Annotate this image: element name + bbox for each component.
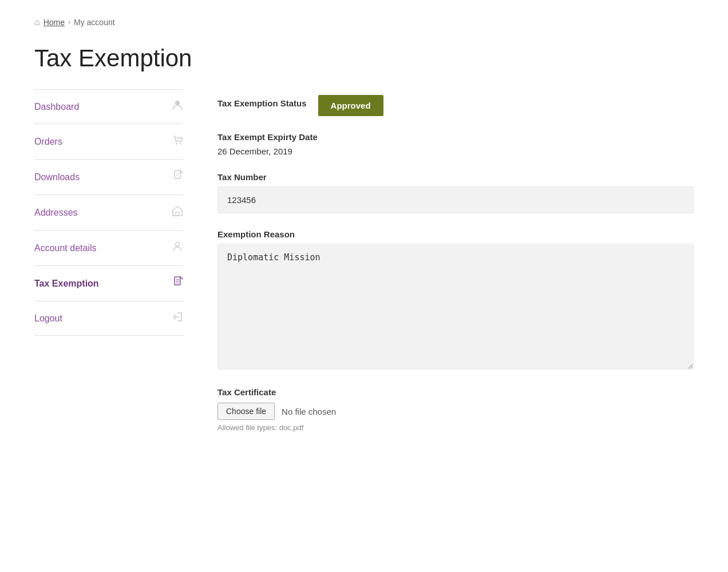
status-label: Tax Exemption Status — [217, 98, 307, 108]
expiry-section: Tax Exempt Expirty Date 26 December, 201… — [217, 132, 694, 156]
tax-number-section: Tax Number — [217, 172, 694, 213]
expiry-date: 26 December, 2019 — [217, 146, 694, 156]
status-badge: Approved — [318, 95, 383, 116]
no-file-label: No file chosen — [282, 407, 336, 416]
svg-point-2 — [180, 143, 181, 145]
certificate-label: Tax Certificate — [217, 387, 694, 397]
svg-rect-4 — [176, 212, 179, 216]
status-row: Tax Exemption Status Approved — [217, 95, 694, 116]
account-details-icon — [172, 241, 183, 255]
sidebar: Dashboard Orders — [34, 89, 183, 336]
svg-rect-3 — [175, 170, 180, 178]
dashboard-icon — [172, 100, 183, 113]
tax-number-input[interactable] — [217, 186, 694, 213]
svg-point-1 — [176, 143, 177, 145]
exemption-reason-textarea[interactable]: Diplomatic Mission — [217, 244, 694, 370]
sidebar-item-addresses[interactable]: Addresses — [34, 195, 183, 231]
svg-point-5 — [176, 243, 180, 247]
tax-number-label: Tax Number — [217, 172, 694, 182]
sidebar-item-tax-exemption[interactable]: Tax Exemption — [34, 266, 183, 301]
main-layout: Dashboard Orders — [34, 89, 694, 432]
sidebar-item-label: Addresses — [34, 208, 78, 218]
breadcrumb-home-link[interactable]: Home — [43, 18, 65, 27]
sidebar-item-dashboard[interactable]: Dashboard — [34, 89, 183, 124]
svg-rect-6 — [175, 277, 180, 285]
choose-file-button[interactable]: Choose file — [217, 403, 275, 420]
sidebar-item-label: Logout — [34, 313, 62, 324]
file-upload-row: Choose file No file chosen — [217, 403, 694, 420]
exemption-reason-label: Exemption Reason — [217, 229, 694, 239]
sidebar-item-label: Dashboard — [34, 102, 79, 112]
certificate-section: Tax Certificate Choose file No file chos… — [217, 387, 694, 432]
breadcrumb: ⌂ Home › My account — [34, 17, 694, 27]
orders-icon — [172, 134, 183, 149]
expiry-label: Tax Exempt Expirty Date — [217, 132, 694, 142]
sidebar-item-label: Orders — [34, 137, 62, 147]
sidebar-item-label: Downloads — [34, 172, 80, 182]
logout-icon — [172, 312, 183, 325]
sidebar-item-logout[interactable]: Logout — [34, 301, 183, 336]
breadcrumb-separator: › — [68, 18, 70, 26]
content-area: Tax Exemption Status Approved Tax Exempt… — [217, 89, 694, 432]
page-title: Tax Exemption — [34, 45, 694, 72]
exemption-reason-section: Exemption Reason Diplomatic Mission — [217, 229, 694, 371]
downloads-icon — [174, 170, 183, 184]
sidebar-item-label: Tax Exemption — [34, 279, 99, 289]
sidebar-item-account-details[interactable]: Account details — [34, 231, 183, 266]
tax-exemption-icon — [174, 276, 183, 291]
addresses-icon — [172, 205, 183, 220]
allowed-types-label: Allowed file types: doc,pdf — [217, 423, 694, 432]
breadcrumb-current: My account — [74, 18, 115, 27]
svg-point-0 — [175, 101, 180, 105]
home-icon: ⌂ — [34, 17, 40, 27]
sidebar-item-orders[interactable]: Orders — [34, 124, 183, 160]
sidebar-item-label: Account details — [34, 243, 97, 253]
sidebar-item-downloads[interactable]: Downloads — [34, 160, 183, 195]
